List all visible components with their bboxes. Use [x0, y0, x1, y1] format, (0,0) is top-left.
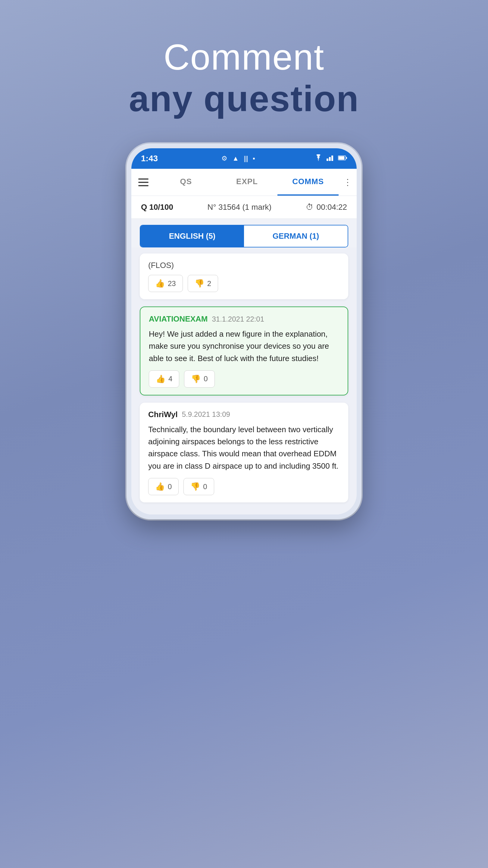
svg-rect-0: [327, 158, 328, 161]
comment-header-chriwyl: ChriWyl 5.9.2021 13:09: [148, 410, 340, 419]
thumbs-down-icon-ch: 👎: [190, 482, 200, 491]
sd-card-icon: ▪: [253, 155, 255, 162]
wifi-icon: [314, 154, 323, 163]
hero-line1: Comment: [129, 36, 359, 78]
vote-row-chriwyl: 👍 0 👎 0: [148, 478, 340, 495]
phone-frame: 1:43 ⚙ ▲ ||| ▪: [127, 144, 361, 519]
thumbs-down-icon: 👎: [195, 279, 204, 288]
language-toggle: ENGLISH (5) GERMAN (1): [140, 225, 348, 247]
comment-date-chriwyl: 5.9.2021 13:09: [182, 410, 230, 418]
question-header: Q 10/100 N° 31564 (1 mark) ⏱ 00:04:22: [131, 196, 357, 219]
upvote-button-partial[interactable]: 👍 23: [148, 275, 183, 292]
vote-row-aviationexam: 👍 4 👎 0: [149, 370, 339, 388]
svg-rect-2: [331, 156, 333, 161]
timer-value: 00:04:22: [317, 203, 347, 212]
thumbs-up-icon-ch: 👍: [155, 482, 165, 491]
status-bar: 1:43 ⚙ ▲ ||| ▪: [131, 148, 357, 169]
menu-button[interactable]: [131, 179, 156, 186]
german-tab[interactable]: GERMAN (1): [244, 225, 348, 247]
status-icons-left: ⚙ ▲ ||| ▪: [221, 155, 255, 162]
question-number: Q 10/100: [141, 203, 173, 212]
phone-inner: 1:43 ⚙ ▲ ||| ▪: [131, 148, 357, 515]
upvote-button-aviationexam[interactable]: 👍 4: [149, 370, 179, 388]
more-options-button[interactable]: ⋮: [338, 177, 357, 187]
vote-row-partial: 👍 23 👎 2: [148, 275, 340, 292]
comment-author-aviationexam: AVIATIONEXAM: [149, 314, 207, 324]
timer-icon: ⏱: [306, 203, 314, 212]
hero-section: Comment any question: [129, 36, 359, 119]
english-tab[interactable]: ENGLISH (5): [140, 225, 244, 247]
comment-header-aviationexam: AVIATIONEXAM 31.1.2021 22:01: [149, 314, 339, 324]
comment-date-aviationexam: 31.1.2021 22:01: [212, 315, 264, 323]
comment-card-partial: (FLOS) 👍 23 👎 2: [140, 253, 348, 299]
nav-tabs: QS EXPL COMMS: [156, 169, 338, 195]
partial-comment-text: (FLOS): [148, 261, 340, 270]
tab-expl[interactable]: EXPL: [217, 169, 278, 195]
battery-icon: [338, 155, 347, 162]
comment-author-chriwyl: ChriWyl: [148, 410, 178, 419]
comment-card-aviationexam: AVIATIONEXAM 31.1.2021 22:01 Hey! We jus…: [140, 307, 348, 396]
upvote-count-aviationexam: 4: [168, 375, 172, 383]
status-icons-right: [314, 154, 347, 163]
signal-bars-icon: |||: [244, 155, 248, 162]
comment-card-chriwyl: ChriWyl 5.9.2021 13:09 Technically, the …: [140, 403, 348, 502]
upvote-button-chriwyl[interactable]: 👍 0: [148, 478, 178, 495]
notification-icon: ▲: [232, 155, 239, 162]
upvote-count-partial: 23: [168, 279, 176, 288]
downvote-count-aviationexam: 0: [204, 375, 207, 383]
tab-comms[interactable]: COMMS: [278, 169, 338, 195]
top-nav: QS EXPL COMMS ⋮: [131, 169, 357, 196]
tab-qs[interactable]: QS: [156, 169, 217, 195]
thumbs-up-icon: 👍: [155, 279, 165, 288]
upvote-count-chriwyl: 0: [168, 483, 172, 491]
hero-line2: any question: [129, 78, 359, 119]
content-area: (FLOS) 👍 23 👎 2 AVIATIONEXAM 31.1.202: [131, 247, 357, 515]
hamburger-icon: [138, 179, 149, 186]
status-time: 1:43: [141, 154, 158, 163]
question-timer: ⏱ 00:04:22: [306, 203, 347, 212]
comment-text-aviationexam: Hey! We just added a new figure in the e…: [149, 328, 339, 364]
question-id: N° 31564 (1 mark): [207, 203, 272, 212]
comment-text-chriwyl: Technically, the boundary level between …: [148, 424, 340, 472]
cellular-icon: [327, 154, 334, 163]
downvote-button-chriwyl[interactable]: 👎 0: [184, 478, 214, 495]
svg-rect-5: [338, 156, 344, 160]
downvote-button-aviationexam[interactable]: 👎 0: [184, 370, 215, 388]
svg-rect-1: [329, 157, 331, 161]
downvote-button-partial[interactable]: 👎 2: [188, 275, 218, 292]
svg-rect-6: [346, 157, 347, 159]
gear-icon: ⚙: [221, 155, 227, 162]
thumbs-down-icon-av: 👎: [191, 374, 201, 384]
downvote-count-chriwyl: 0: [203, 483, 207, 491]
downvote-count-partial: 2: [207, 279, 211, 288]
thumbs-up-icon-av: 👍: [156, 374, 165, 384]
